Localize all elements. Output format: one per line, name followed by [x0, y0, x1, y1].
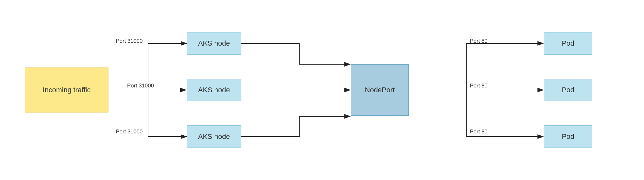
aks-node-1: AKS node [187, 32, 241, 55]
port-label-31000-bot: Port 31000 [116, 129, 143, 135]
pod-node-2: Pod [544, 79, 592, 101]
port-label-31000-mid: Port 31000 [127, 83, 154, 89]
diagram-container: Incoming traffic AKS node AKS node AKS n… [0, 0, 644, 180]
pod-1-label: Pod [562, 39, 574, 48]
pod-node-1: Pod [544, 32, 592, 55]
aks-node-1-label: AKS node [198, 39, 230, 48]
nodeport-label: NodePort [365, 86, 395, 94]
incoming-traffic-node: Incoming traffic [25, 68, 108, 113]
nodeport-node: NodePort [351, 64, 409, 116]
aks-node-2-label: AKS node [198, 86, 230, 94]
aks-node-3-label: AKS node [198, 132, 230, 141]
port-label-31000-top: Port 31000 [116, 38, 143, 44]
incoming-traffic-label: Incoming traffic [43, 86, 91, 94]
port-label-80-bot: Port 80 [470, 129, 488, 135]
aks-node-3: AKS node [187, 125, 241, 148]
pod-node-3: Pod [544, 125, 592, 148]
pod-2-label: Pod [562, 86, 574, 94]
aks-node-2: AKS node [187, 79, 241, 101]
port-label-80-top: Port 80 [470, 38, 488, 44]
port-label-80-mid: Port 80 [470, 83, 488, 89]
pod-3-label: Pod [562, 132, 574, 141]
